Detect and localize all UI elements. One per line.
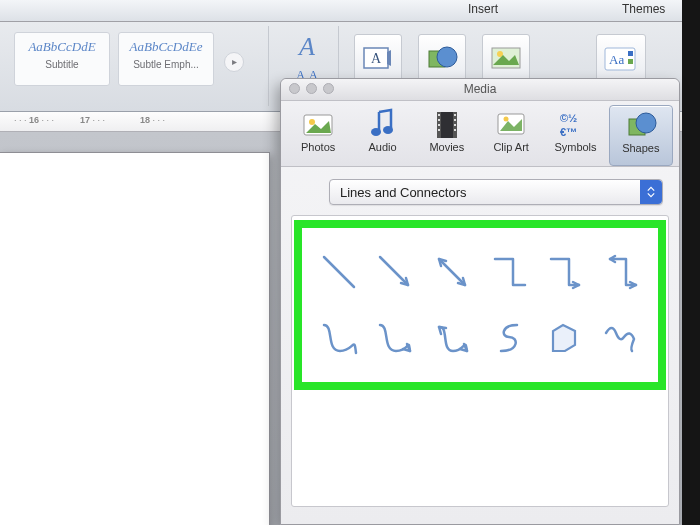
window-edge — [682, 0, 700, 525]
media-tab-label: Movies — [429, 141, 464, 153]
shape-category-select[interactable]: Lines and Connectors — [329, 179, 663, 205]
shape-elbow-arrow[interactable] — [541, 242, 587, 302]
svg-text:€™: €™ — [560, 126, 577, 138]
media-tab-movies[interactable]: Movies — [416, 105, 478, 166]
svg-rect-18 — [438, 119, 440, 121]
style-name: Subtitle — [15, 59, 109, 70]
svg-text:©½: ©½ — [560, 112, 577, 124]
insert-theme-button[interactable]: Aa — [596, 34, 646, 82]
svg-rect-19 — [438, 124, 440, 126]
photos-icon — [300, 107, 336, 141]
shape-category-value: Lines and Connectors — [340, 185, 466, 200]
insert-text-box-button[interactable]: A — [354, 34, 402, 82]
shape-line[interactable] — [316, 242, 362, 302]
svg-text:A: A — [371, 51, 382, 66]
svg-rect-23 — [454, 124, 456, 126]
svg-point-3 — [437, 47, 457, 67]
shape-freeform[interactable] — [541, 308, 587, 368]
ruler-mark: 17 · · · — [80, 115, 105, 125]
svg-point-11 — [309, 119, 315, 125]
svg-text:Aa: Aa — [609, 52, 624, 67]
media-tab-label: Photos — [301, 141, 335, 153]
svg-rect-17 — [438, 114, 440, 116]
shape-curve-arrow[interactable] — [372, 308, 418, 368]
media-tab-label: Symbols — [554, 141, 596, 153]
svg-rect-21 — [454, 114, 456, 116]
style-card-subtitle[interactable]: AaBbCcDdE Subtitle — [14, 32, 110, 86]
media-tab-label: Shapes — [622, 142, 659, 154]
svg-point-12 — [371, 128, 381, 136]
svg-point-30 — [636, 113, 656, 133]
media-tab-photos[interactable]: Photos — [287, 105, 349, 166]
styles-expand-button[interactable]: ▸ — [224, 52, 244, 72]
media-tab-audio[interactable]: Audio — [351, 105, 413, 166]
style-sample: AaBbCcDdEe — [119, 39, 213, 55]
select-stepper-icon — [640, 180, 662, 204]
svg-rect-8 — [628, 51, 633, 56]
media-tab-label: Audio — [368, 141, 396, 153]
media-tab-label: Clip Art — [493, 141, 528, 153]
text-box-icon: A — [361, 43, 395, 73]
media-tab-clip-art[interactable]: Clip Art — [480, 105, 542, 166]
ribbon-tab-themes[interactable]: Themes — [622, 2, 665, 16]
style-name: Subtle Emph... — [119, 59, 213, 70]
media-titlebar[interactable]: Media — [281, 79, 679, 101]
ruler-mark: 18 · · · — [140, 115, 165, 125]
style-card-subtle-emphasis[interactable]: AaBbCcDdEe Subtle Emph... — [118, 32, 214, 86]
shape-scribble[interactable] — [598, 308, 644, 368]
svg-rect-22 — [454, 119, 456, 121]
media-tab-symbols[interactable]: ©½€™ Symbols — [544, 105, 606, 166]
media-tabs: Photos Audio Movies Clip Art ©½€™ Symbol… — [281, 101, 679, 167]
theme-icon: Aa — [602, 42, 640, 74]
clip-art-icon — [493, 107, 529, 141]
media-tab-shapes[interactable]: Shapes — [609, 105, 673, 166]
shape-elbow-connector[interactable] — [485, 242, 531, 302]
symbols-icon: ©½€™ — [557, 107, 593, 141]
svg-point-13 — [383, 126, 393, 134]
insert-picture-button[interactable] — [482, 34, 530, 82]
shape-curve-double-arrow[interactable] — [429, 308, 475, 368]
shape-elbow-double-arrow[interactable] — [598, 242, 644, 302]
movies-icon — [429, 107, 465, 141]
shapes-list — [291, 215, 669, 507]
letter-a-icon: A — [299, 32, 315, 62]
shape-line-double-arrow[interactable] — [429, 242, 475, 302]
tutorial-highlight — [294, 220, 666, 390]
svg-rect-20 — [438, 129, 440, 131]
svg-rect-9 — [628, 59, 633, 64]
media-panel: Media Photos Audio Movies Clip Art — [280, 78, 680, 525]
insert-shape-button[interactable] — [418, 34, 466, 82]
media-title: Media — [281, 82, 679, 96]
document-page[interactable] — [0, 152, 270, 525]
shape-curve[interactable] — [316, 308, 362, 368]
ribbon-tab-insert[interactable]: Insert — [468, 2, 498, 16]
svg-rect-24 — [454, 129, 456, 131]
picture-icon — [489, 43, 523, 73]
shape-line-arrow[interactable] — [372, 242, 418, 302]
audio-icon — [364, 107, 400, 141]
shape-icon — [425, 43, 459, 73]
shape-s-curve[interactable] — [485, 308, 531, 368]
svg-point-26 — [504, 117, 509, 122]
style-sample: AaBbCcDdE — [15, 39, 109, 55]
ruler-mark: · · · 16 · · · — [14, 115, 54, 125]
shapes-icon — [623, 108, 659, 142]
